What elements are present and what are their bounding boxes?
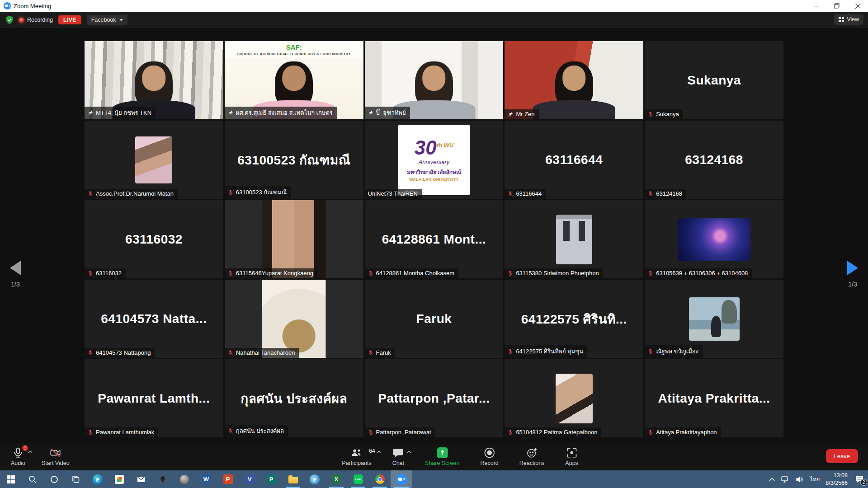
participant-tile[interactable]: MTT4_นุ้ย กชพร TKN: [85, 41, 223, 119]
participant-tile[interactable]: 64104573 Natta... 64104573 Nattapong: [85, 280, 223, 358]
participant-tile[interactable]: 63105639 + 63106306 + 63104608: [645, 200, 783, 278]
apps-icon: [566, 447, 578, 459]
participants-count: 64: [369, 448, 375, 454]
mic-muted-icon: [228, 270, 233, 276]
participant-tile[interactable]: 64122575 ศิรินทิ... 64122575 ศิรินทิพย์ …: [505, 280, 643, 358]
participant-tile[interactable]: 63116032 63116032: [85, 200, 223, 278]
security-shield-icon[interactable]: [5, 15, 14, 25]
restore-button[interactable]: [826, 0, 847, 12]
participant-tile[interactable]: Faruk Faruk: [365, 280, 504, 358]
taskbar-excel-icon[interactable]: X: [326, 470, 347, 488]
participant-tile[interactable]: 63124168 63124168: [645, 121, 783, 199]
taskbar-word-icon[interactable]: W: [195, 470, 217, 488]
taskbar-start-icon[interactable]: [0, 470, 22, 488]
gallery-next-page[interactable]: 1/3: [839, 261, 866, 288]
taskbar-powerpoint-icon[interactable]: P: [217, 470, 239, 488]
wu-logo-anniversary: Anniversary: [419, 159, 450, 165]
participant-tile[interactable]: 65104812 Patima Gatepaiboon: [505, 359, 643, 437]
reactions-label: Reactions: [519, 460, 545, 466]
audio-button[interactable]: ! Audio: [6, 447, 30, 466]
taskbar-search-icon[interactable]: [22, 470, 43, 488]
participant-tile[interactable]: Pattarpon ,Patar... Pattarpon ,Patarawat: [365, 359, 504, 437]
participant-tile[interactable]: 63115646Yuparat Kongkaeng: [225, 200, 363, 278]
taskbar-cortana-icon[interactable]: [43, 470, 65, 488]
taskbar-task-view-icon[interactable]: [65, 470, 87, 488]
taskbar-internet-explorer-icon[interactable]: e: [304, 470, 326, 488]
participant-name-label: 63116644: [505, 189, 546, 199]
network-icon[interactable]: [781, 476, 790, 483]
mic-muted-icon: [648, 270, 653, 276]
leave-button[interactable]: Leave: [826, 449, 858, 463]
notification-count-badge: 2: [860, 479, 867, 486]
apps-button[interactable]: Apps: [561, 447, 583, 466]
participant-tile[interactable]: SAF:SCHOOL OF AGRICULTURAL TECHNOLOGY & …: [225, 41, 363, 119]
view-button[interactable]: View: [834, 14, 863, 25]
participant-video: [505, 200, 643, 278]
participant-tile[interactable]: Mr Zen: [505, 41, 643, 119]
saf-logo-text: SAF:: [226, 43, 362, 51]
pin-icon: [508, 112, 513, 117]
mic-muted-icon: [368, 270, 373, 276]
participant-grid: MTT4_นุ้ย กชพร TKN SAF:SCHOOL OF AGRICUL…: [85, 41, 783, 437]
participant-tile[interactable]: 63116644 63116644: [505, 121, 643, 199]
participant-tile[interactable]: Atitaya Prakritta... Atitaya Prakrittaya…: [645, 359, 783, 437]
participants-button[interactable]: 64 Participants: [337, 447, 376, 466]
camera-off-icon: [49, 447, 62, 459]
taskbar-store-icon[interactable]: [108, 470, 130, 488]
taskbar-gimp-icon[interactable]: [174, 470, 195, 488]
participant-center-name: Sukanya: [645, 41, 783, 119]
chat-button[interactable]: Chat: [388, 447, 409, 466]
participant-tile[interactable]: 63100523 กัณฑมณี 63100523 กัณฑมณี: [225, 121, 363, 199]
participant-center-name: Atitaya Prakritta...: [645, 359, 783, 437]
taskbar-edge-icon[interactable]: e: [87, 470, 108, 488]
close-button[interactable]: [847, 0, 868, 12]
reactions-button[interactable]: Reactions: [515, 447, 549, 466]
taskbar-publisher-icon[interactable]: P: [260, 470, 282, 488]
participant-center-name: 63124168: [645, 121, 783, 199]
participant-tile[interactable]: Sukanya Sukanya: [645, 41, 783, 119]
chat-chevron-icon[interactable]: [407, 450, 411, 453]
pin-icon: [88, 110, 93, 116]
start-video-button[interactable]: Start Video: [37, 447, 74, 466]
share-screen-button[interactable]: Share Screen: [420, 447, 464, 466]
participants-chevron-icon[interactable]: [377, 450, 382, 453]
wu-logo-30: 30: [415, 136, 437, 159]
taskbar-file-explorer-icon[interactable]: [282, 470, 304, 488]
chat-icon: [392, 447, 404, 459]
participant-tile[interactable]: Pawanrat Lamth... Pawanrat Lamthumlak: [85, 359, 223, 437]
minimize-button[interactable]: [806, 0, 826, 12]
participant-tile[interactable]: 30th WUAnniversaryมหาวิทยาลัยวลัยลักษณ์W…: [365, 121, 504, 199]
profile-photo: [135, 136, 172, 183]
taskbar-clock[interactable]: 13:08 8/3/2566: [826, 472, 848, 487]
participant-tile[interactable]: 63115380 Siriwimon Phuetphon: [505, 200, 643, 278]
participant-tile[interactable]: Assoc.Prof.Dr.Narumol Matan: [85, 121, 223, 199]
participant-center-name: 63116032: [85, 200, 223, 278]
participant-tile[interactable]: กุลศนัน ประสงค์ผล กุลศนัน ประสงค์ผล: [225, 359, 363, 437]
tray-chevron-up-icon[interactable]: [769, 478, 775, 481]
taskbar-visio-icon[interactable]: V: [239, 470, 260, 488]
participants-icon: [350, 447, 363, 459]
wu-logo-english-name: WALAILAK UNIVERSITY: [409, 177, 459, 182]
taskbar-gem-app-icon[interactable]: [152, 470, 174, 488]
participant-tile[interactable]: Nahathai Tanacharoen: [225, 280, 363, 358]
volume-icon[interactable]: [796, 476, 804, 483]
language-indicator[interactable]: ไทย: [810, 475, 820, 484]
taskbar-line-icon[interactable]: LINE: [347, 470, 369, 488]
taskbar-zoom-icon[interactable]: [391, 470, 412, 488]
participant-tile[interactable]: ปิ๊_จุฑาทิพย์: [365, 41, 504, 119]
participant-name-label: Faruk: [365, 348, 395, 358]
participant-tile[interactable]: ณัฐพล ขวัญเมือง: [645, 280, 783, 358]
record-button[interactable]: Record: [476, 447, 503, 466]
audio-options-chevron-icon[interactable]: [28, 450, 33, 453]
stream-target-button[interactable]: Facebook: [87, 15, 127, 25]
recording-indicator[interactable]: Recording: [19, 17, 53, 23]
gallery-prev-page[interactable]: 1/3: [2, 261, 29, 288]
action-center-button[interactable]: 2: [854, 474, 865, 485]
record-icon: [484, 447, 495, 459]
participant-center-name: Faruk: [365, 280, 504, 358]
record-label: Record: [480, 460, 498, 466]
taskbar-mail-icon[interactable]: [130, 470, 152, 488]
taskbar-chrome-icon[interactable]: [369, 470, 391, 488]
participant-tile[interactable]: 64128861 Mont... 64128861 Montha Cholkas…: [365, 200, 504, 278]
mic-muted-icon: [508, 348, 513, 354]
